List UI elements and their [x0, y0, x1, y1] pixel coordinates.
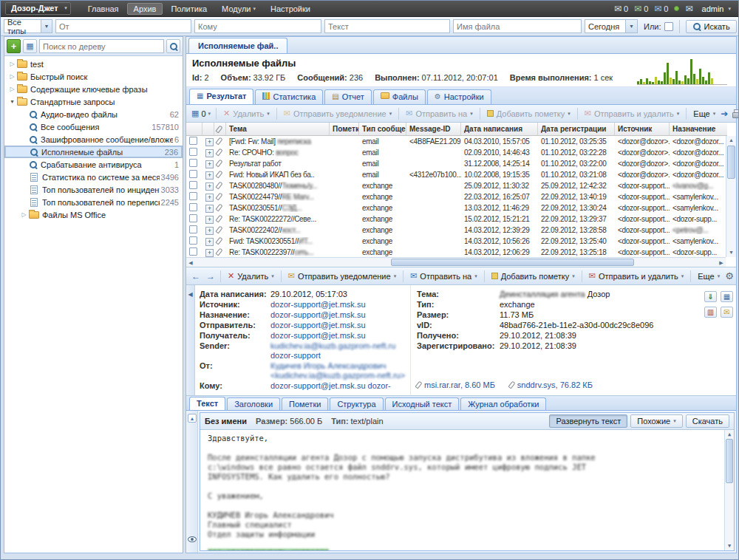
- row-checkbox[interactable]: [189, 181, 197, 189]
- toolbar-top-add-mark-button[interactable]: Добавить пометку▾: [483, 108, 574, 120]
- chevron-collapsed-icon[interactable]: ▷: [19, 211, 29, 218]
- scroll-right-icon[interactable]: ▶: [717, 258, 726, 267]
- row-checkbox[interactable]: [189, 148, 197, 156]
- tree-item-9[interactable]: Статистика по системе за месяц3496: [4, 171, 183, 183]
- expand-icon[interactable]: +: [205, 205, 214, 213]
- column-header-Пометки[interactable]: Пометки: [330, 123, 359, 135]
- expand-icon[interactable]: +: [205, 238, 214, 246]
- toolbar-bottom-more-button[interactable]: Еще▾: [694, 270, 723, 282]
- column-header-icon-1[interactable]: [202, 123, 214, 135]
- tree-item-6[interactable]: Зашифрованное сообщение/вложение6: [4, 133, 183, 146]
- table-row[interactable]: +Fwd: TASK00230551//ИТ...exchange14.03.2…: [186, 236, 727, 247]
- statistics-icon[interactable]: ▦: [721, 291, 733, 302]
- toolbar-bottom-add-mark-button[interactable]: Добавить пометку▾: [488, 270, 579, 282]
- table-row[interactable]: +TASK00280480//Тюмень/у...exchange25.09.…: [186, 180, 727, 191]
- expand-icon[interactable]: +: [205, 249, 214, 257]
- scroll-left-icon[interactable]: ◀: [186, 258, 195, 267]
- chevron-collapsed-icon[interactable]: ▷: [7, 73, 17, 80]
- mail-counter-processed[interactable]: ✉0: [634, 4, 648, 13]
- chevron-collapsed-icon[interactable]: ▷: [7, 86, 17, 92]
- toolbar-top-send-to-button[interactable]: ✉Отправить на▾: [402, 108, 477, 120]
- add-query-button[interactable]: +: [7, 39, 21, 53]
- column-header-Дата регистрации[interactable]: Дата регистрации: [538, 123, 615, 135]
- tab-executable-files[interactable]: Исполняемые фай..: [188, 38, 287, 53]
- tree-item-10[interactable]: Топ пользователей по инцидентам3033: [4, 183, 183, 196]
- email-link[interactable]: dozor-support@jet.msk.su: [270, 300, 366, 309]
- similar-button[interactable]: Похожие▾: [630, 414, 682, 428]
- export-message-icon[interactable]: ⇓: [704, 291, 717, 302]
- vertical-scrollbar[interactable]: ▲ ▼: [726, 136, 736, 257]
- preview-eye-icon[interactable]: [188, 536, 197, 542]
- table-row[interactable]: +Re: TASK00222272//Севе...exchange15.02.…: [186, 214, 727, 225]
- scrollbar-thumb[interactable]: [391, 259, 634, 266]
- tab-log[interactable]: Журнал обработки: [460, 397, 546, 410]
- column-header-icon-2[interactable]: [214, 123, 226, 135]
- type-filter-select[interactable]: Все типы▼: [4, 19, 52, 33]
- toolbar-bottom-send-to-button[interactable]: ✉Отправить на▾: [406, 270, 481, 282]
- user-menu[interactable]: admin▾: [699, 4, 734, 14]
- tree-options-button[interactable]: ▦: [23, 39, 37, 53]
- or-checkbox[interactable]: [664, 22, 673, 31]
- previous-message-icon[interactable]: ←: [189, 271, 202, 281]
- chevron-expanded-icon[interactable]: ▾: [7, 98, 17, 105]
- attachment[interactable]: snddrv.sys, 76.82 КБ: [510, 380, 593, 389]
- tab-source[interactable]: Исходный текст: [385, 397, 460, 410]
- tree-search-input[interactable]: [39, 39, 164, 53]
- app-menu-button[interactable]: Дозор-Джет▾: [5, 2, 71, 15]
- expand-icon[interactable]: +: [205, 194, 214, 202]
- email-link[interactable]: dozor-support@jet.msk.su dozor-: [270, 381, 391, 390]
- table-row[interactable]: +Re: TASK00222397//сеть...exchange14.03.…: [186, 247, 727, 258]
- search-button[interactable]: Искать: [686, 20, 737, 33]
- tab-files[interactable]: Файлы: [373, 89, 426, 104]
- selection-count-widget[interactable]: ▦ 0 ▾: [189, 109, 213, 118]
- printer-icon[interactable]: [732, 109, 739, 117]
- column-header-icon-0[interactable]: [186, 123, 202, 135]
- toolbar-bottom-notify-button[interactable]: ✉Отправить уведомление▾: [285, 270, 400, 282]
- email-link[interactable]: dozor-support@jet.msk.su: [270, 321, 366, 329]
- menu-item-modules[interactable]: Модули▾: [215, 3, 262, 15]
- row-checkbox[interactable]: [189, 170, 197, 178]
- tree-item-3[interactable]: ▾Стандартные запросы: [4, 95, 183, 108]
- column-header-Источник[interactable]: Источник: [615, 123, 670, 135]
- expand-icon[interactable]: +: [205, 227, 214, 235]
- expand-icon[interactable]: +: [205, 138, 214, 146]
- scroll-up-icon[interactable]: ▲: [726, 136, 736, 145]
- mail-counter-incoming[interactable]: ✉0: [614, 4, 628, 13]
- tree-item-2[interactable]: ▷Содержащие ключевые фразы: [4, 83, 183, 95]
- tab-report[interactable]: ▤Отчет: [324, 89, 372, 104]
- tab-statistics[interactable]: Статистика: [255, 89, 323, 104]
- expand-icon[interactable]: +: [205, 216, 214, 224]
- table-row[interactable]: +[Fwd: Fw: Mail] перепискаemail<4B8FAE21…: [186, 136, 727, 147]
- email-link[interactable]: dozor-support@jet.msk.su: [270, 310, 366, 319]
- menu-item-archive[interactable]: Архив: [127, 3, 163, 15]
- table-row[interactable]: +Результат работemail31.12.2008, 14:25:1…: [186, 158, 727, 169]
- toolbar-bottom-send-delete-button[interactable]: ✉Отправить и удалить▾: [585, 270, 688, 282]
- download-button[interactable]: Скачать: [686, 414, 729, 428]
- table-row[interactable]: +Fwd: Новый ИКАП без ба..email<4312e07b1…: [186, 169, 727, 180]
- menu-item-settings[interactable]: Настройки: [264, 3, 317, 15]
- row-checkbox[interactable]: [189, 203, 197, 211]
- horizontal-scrollbar[interactable]: ◀ ▶: [186, 257, 726, 267]
- toolbar-top-delete-button[interactable]: ✕Удалить▾: [219, 108, 273, 120]
- expand-text-button[interactable]: Развернуть текст: [549, 414, 627, 428]
- next-message-icon[interactable]: →: [204, 271, 217, 281]
- email-link[interactable]: dozor-support@jet.msk.su: [270, 331, 366, 340]
- row-checkbox[interactable]: [189, 137, 197, 145]
- chevron-collapsed-icon[interactable]: ▷: [7, 61, 17, 67]
- menu-item-home[interactable]: Главная: [81, 3, 126, 15]
- email-link[interactable]: dozor-support: [270, 351, 321, 360]
- filename-input[interactable]: [453, 19, 582, 33]
- toolbar-bottom-delete-button[interactable]: ✕Удалить▾: [224, 270, 278, 282]
- tree-item-5[interactable]: Все сообщения157810: [4, 120, 183, 133]
- tab-headers[interactable]: Заголовки: [227, 397, 280, 410]
- scrollbar-thumb[interactable]: [726, 439, 733, 483]
- email-link[interactable]: Кудичев Игорь Александрович: [270, 361, 386, 370]
- table-row[interactable]: +Re: СРОЧНО: вопросemail02.09.2010, 14:4…: [186, 147, 727, 158]
- from-input[interactable]: [55, 19, 191, 33]
- tree-item-4[interactable]: Аудио-видео файлы62: [4, 108, 183, 120]
- row-checkbox[interactable]: [189, 159, 197, 167]
- column-header-Тема[interactable]: Тема: [226, 123, 330, 135]
- tree-item-0[interactable]: ▷test: [4, 58, 183, 70]
- email-link[interactable]: <kudichev.ia@kuzb.gazprom-neft.ru>: [270, 371, 405, 380]
- collapse-details-handle[interactable]: ◀: [186, 285, 195, 395]
